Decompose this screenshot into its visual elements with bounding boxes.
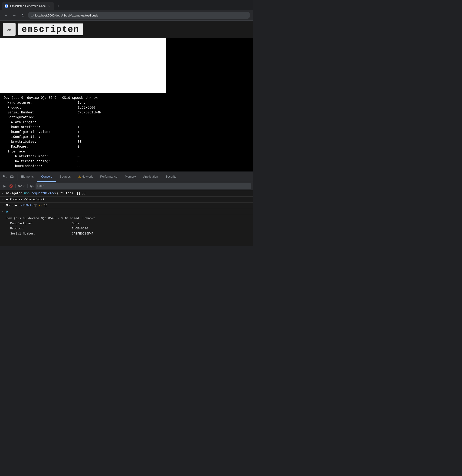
page-header: em emscripten — [0, 21, 253, 38]
terminal-line-1: Manufacturer: Sony — [4, 100, 249, 105]
tab-bar: Emscripten-Generated Code ✕ + — [0, 0, 253, 10]
console-text-2: ▶ Promise {<pending>} — [6, 197, 251, 202]
tab-network[interactable]: ⚠ Network — [74, 172, 97, 182]
network-warning-icon: ⚠ — [78, 175, 81, 178]
inspect-element-button[interactable] — [2, 174, 8, 180]
console-line-output-2: < 0 — [0, 209, 253, 215]
terminal-line-14: bNumEndpoints: 3 — [4, 164, 249, 169]
tab-security[interactable]: Security — [162, 172, 180, 182]
console-output-arrow: < — [2, 198, 5, 202]
device-info-line-3: Serial Number: CFEFE0615F4F — [7, 231, 247, 236]
device-toolbar-button[interactable] — [9, 174, 15, 180]
address-bar-row: ← → ↻ ⓘ localhost:5000/deps/libusb/examp… — [0, 10, 253, 20]
svg-rect-7 — [13, 176, 14, 177]
console-line-input-1: > navigator.usb.requestDevice({ filters:… — [0, 190, 253, 197]
canvas-black — [166, 38, 253, 93]
console-text-4: 0 — [6, 210, 251, 214]
devtools-toolbar: Elements Console Sources ⚠ Network Perfo… — [0, 172, 253, 182]
new-tab-button[interactable]: + — [55, 3, 62, 9]
context-selector[interactable]: top ▾ — [17, 184, 26, 188]
canvas-area — [0, 38, 253, 93]
address-url: localhost:5000/deps/libusb/examples/test… — [35, 14, 98, 17]
terminal-output: Dev (bus 0, device 0): 054C - 0D10 speed… — [0, 93, 253, 171]
svg-text:em: em — [7, 28, 11, 32]
svg-rect-5 — [3, 175, 5, 177]
terminal-line-4: Configuration: — [4, 115, 249, 120]
console-line-input-2: > Module.callMain(['-v']) — [0, 203, 253, 209]
terminal-line-3: Serial Number: CFEFE0615F4F — [4, 110, 249, 115]
reload-button[interactable]: ↻ — [19, 12, 26, 19]
console-input-arrow: > — [2, 192, 5, 196]
tab-favicon — [5, 4, 8, 8]
active-tab[interactable]: Emscripten-Generated Code ✕ — [2, 2, 54, 10]
address-bar[interactable]: ⓘ localhost:5000/deps/libusb/examples/te… — [28, 12, 250, 19]
canvas-white — [0, 38, 166, 93]
emscripten-logo: em — [3, 23, 16, 36]
terminal-line-8: iConfiguration: 0 — [4, 135, 249, 139]
tab-console[interactable]: Console — [37, 172, 56, 182]
devtools-tabs: Elements Console Sources ⚠ Network Perfo… — [17, 172, 253, 182]
device-info-line-0: Dev (bus 0, device 0): 054C - 0D10 speed… — [7, 216, 247, 221]
svg-point-8 — [31, 186, 32, 187]
console-line-output-1: < ▶ Promise {<pending>} — [0, 197, 253, 203]
console-text-3: Module.callMain(['-v']) — [6, 203, 251, 208]
terminal-line-12: bInterfaceNumber: 0 — [4, 154, 249, 159]
devtools-icon-group — [0, 174, 17, 180]
tab-title: Emscripten-Generated Code — [10, 4, 46, 8]
terminal-line-6: bNumInterfaces: 1 — [4, 125, 249, 130]
device-info-line-2: Product: ILCE-6600 — [7, 226, 247, 231]
browser-chrome: Emscripten-Generated Code ✕ + ← → ↻ ⓘ lo… — [0, 0, 253, 21]
emscripten-title: emscripten — [20, 24, 81, 35]
devtools-panel: Elements Console Sources ⚠ Network Perfo… — [0, 171, 253, 246]
clear-console-button[interactable]: 🚫 — [8, 183, 14, 189]
context-dropdown-icon: ▾ — [23, 185, 25, 188]
run-script-button[interactable]: ▶ — [2, 183, 8, 189]
console-output: > navigator.usb.requestDevice({ filters:… — [0, 190, 253, 246]
terminal-line-10: MaxPower: 0 — [4, 144, 249, 149]
tab-memory[interactable]: Memory — [121, 172, 140, 182]
terminal-line-13: bAlternateSetting: 0 — [4, 159, 249, 164]
console-secondary-toolbar: ▶ 🚫 top ▾ — [0, 182, 253, 190]
tab-close-button[interactable]: ✕ — [48, 4, 51, 8]
terminal-line-5: wTotalLength: 39 — [4, 120, 249, 125]
terminal-line-9: bmAttributes: 80h — [4, 139, 249, 144]
console-text-1: navigator.usb.requestDevice({ filters: [… — [6, 191, 251, 196]
console-device-info: Dev (bus 0, device 0): 054C - 0D10 speed… — [0, 215, 253, 237]
forward-button[interactable]: → — [11, 12, 18, 19]
console-input-arrow-2: > — [2, 204, 5, 208]
terminal-line-2: Product: ILCE-6600 — [4, 105, 249, 110]
tab-performance[interactable]: Performance — [96, 172, 121, 182]
terminal-line-0: Dev (bus 0, device 0): 054C - 0D10 speed… — [4, 95, 249, 100]
tab-elements[interactable]: Elements — [17, 172, 37, 182]
toolbar-separator-2 — [27, 184, 28, 188]
console-output-arrow-2: < — [2, 210, 5, 214]
svg-rect-6 — [10, 176, 13, 178]
filter-input[interactable] — [35, 183, 251, 189]
device-info-line-1: Manufacturer: Sony — [7, 221, 247, 226]
tab-application[interactable]: Application — [140, 172, 162, 182]
tab-sources[interactable]: Sources — [56, 172, 74, 182]
terminal-line-7: bConfigurationValue: 1 — [4, 130, 249, 135]
eye-button[interactable] — [29, 183, 35, 189]
back-button[interactable]: ← — [3, 12, 9, 19]
toolbar-separator — [15, 184, 16, 188]
page-content: em emscripten Dev (bus 0, device 0): 054… — [0, 21, 253, 171]
terminal-line-11: Interface: — [4, 149, 249, 154]
security-icon: ⓘ — [31, 13, 34, 17]
